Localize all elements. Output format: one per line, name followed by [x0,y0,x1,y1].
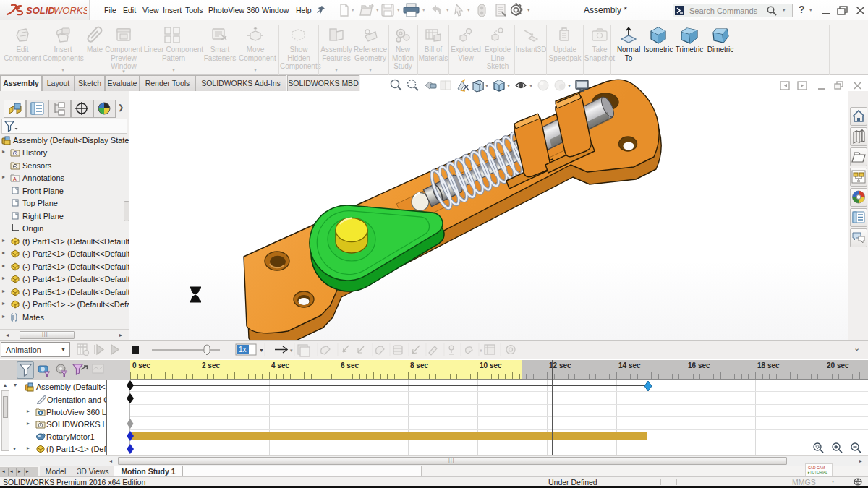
svg-text:A: A [13,176,17,181]
svg-text:▾: ▾ [485,82,488,89]
svg-text:▼: ▼ [259,348,264,353]
svg-text:WORKS: WORKS [54,5,87,16]
svg-text:SOLID: SOLID [26,5,55,16]
svg-text:▾: ▾ [568,82,571,89]
svg-text:▾: ▾ [529,82,532,89]
svg-text:▾: ▾ [290,348,293,353]
svg-text:1x: 1x [239,346,247,354]
svg-text:': ' [480,348,482,356]
svg-text:▾: ▾ [507,82,510,89]
